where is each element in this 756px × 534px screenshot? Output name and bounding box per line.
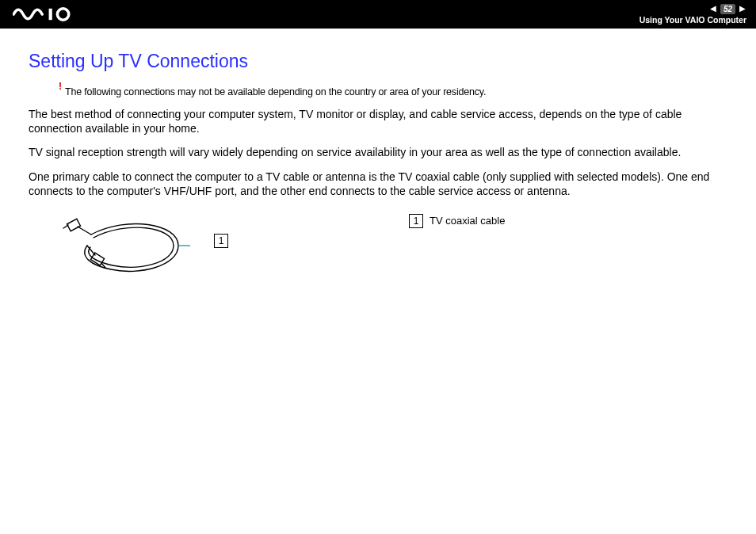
page-title: Setting Up TV Connections (29, 51, 727, 72)
paragraph-1: The best method of connecting your compu… (29, 107, 727, 135)
coaxial-cable-illustration (48, 217, 190, 280)
svg-rect-2 (67, 219, 80, 231)
section-label: Using Your VAIO Computer (640, 16, 746, 25)
vaio-logo (13, 7, 89, 21)
svg-rect-0 (49, 9, 52, 20)
alert-note: ! The following connections may not be a… (59, 86, 727, 97)
figure-callout: 1 (214, 233, 228, 248)
page-number: 52 (720, 4, 735, 14)
figure-row: 1 1 TV coaxial cable (29, 217, 727, 280)
legend-text: TV coaxial cable (430, 215, 505, 227)
figure-legend: 1 TV coaxial cable (409, 214, 505, 228)
legend-box-1: 1 (409, 214, 423, 228)
prev-page-arrow-icon[interactable]: ◀ (709, 5, 717, 13)
paragraph-2: TV signal reception strength will vary w… (29, 145, 727, 159)
alert-icon: ! (59, 82, 62, 91)
paragraph-3: One primary cable to connect the compute… (29, 170, 727, 198)
callout-box-1: 1 (214, 234, 228, 248)
header-right: ◀ 52 ▶ Using Your VAIO Computer (640, 4, 746, 25)
alert-text: The following connections may not be ava… (65, 86, 486, 97)
next-page-arrow-icon[interactable]: ▶ (739, 5, 746, 13)
page-nav: ◀ 52 ▶ (709, 4, 746, 14)
page-content: Setting Up TV Connections ! The followin… (0, 29, 756, 280)
svg-point-1 (57, 9, 68, 20)
header-bar: ◀ 52 ▶ Using Your VAIO Computer (0, 0, 756, 29)
